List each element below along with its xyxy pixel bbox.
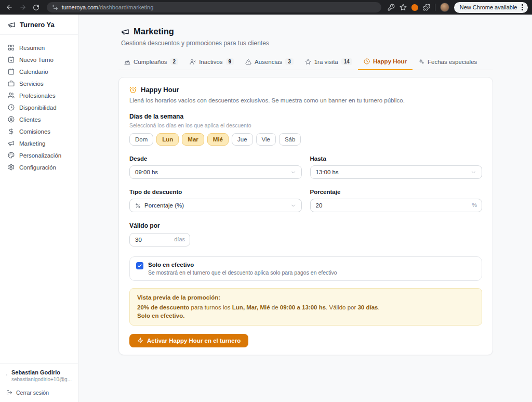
percent-icon <box>135 203 141 209</box>
brand[interactable]: Turnero Ya <box>0 15 78 35</box>
tab-cumpleanos[interactable]: Cumpleaños 2 <box>118 55 184 70</box>
bookmark-star-icon[interactable] <box>400 4 407 11</box>
browser-toolbar: turneroya.com/dashboard/marketing New Ch… <box>0 0 532 15</box>
day-chip-dom[interactable]: Dom <box>129 133 153 146</box>
password-key-icon[interactable] <box>388 4 395 11</box>
sidebar-menu: Resumen Nuevo Turno Calendario Servicios… <box>0 35 78 173</box>
tab-inactivos[interactable]: Inactivos 9 <box>184 55 240 70</box>
sidebar-item-label: Resumen <box>19 45 45 51</box>
sidebar-item-label: Disponibilidad <box>19 105 57 111</box>
sidebar-item-nuevo-turno[interactable]: Nuevo Turno <box>0 54 78 66</box>
dollar-icon <box>8 128 15 135</box>
tab-label: Inactivos <box>199 59 222 65</box>
alarm-clock-icon <box>129 86 137 94</box>
porcentaje-suffix: % <box>472 202 477 208</box>
sidebar-item-configuracion[interactable]: Configuración <box>0 161 78 173</box>
tab-1ra-visita[interactable]: 1ra visita 14 <box>299 55 358 70</box>
new-chrome-label: New Chrome available <box>460 4 517 10</box>
calendar-plus-icon <box>8 56 15 63</box>
browser-forward-button[interactable] <box>18 2 28 12</box>
browser-profile-avatar[interactable] <box>440 3 449 12</box>
chevron-down-icon <box>290 170 296 175</box>
tab-badge: 14 <box>341 58 352 65</box>
toolbar-separator <box>435 4 435 11</box>
sidebar-item-clientes[interactable]: Clientes <box>0 113 78 125</box>
marketing-tabs: Cumpleaños 2 Inactivos 9 Ausencias 3 1ra… <box>118 55 493 70</box>
day-chip-jue[interactable]: Jue <box>232 133 253 146</box>
sidebar-item-marketing[interactable]: Marketing <box>0 137 78 149</box>
sidebar-item-calendario[interactable]: Calendario <box>0 66 78 77</box>
desde-label: Desde <box>129 155 302 162</box>
browser-reload-button[interactable] <box>31 2 42 12</box>
day-chip-sab[interactable]: Sáb <box>279 133 301 146</box>
zap-icon <box>137 338 143 344</box>
tab-ausencias[interactable]: Ausencias 3 <box>240 55 299 70</box>
logout-label: Cerrar sesión <box>16 390 49 396</box>
tab-badge: 9 <box>226 58 234 65</box>
tab-fechas-especiales[interactable]: Fechas especiales <box>413 55 483 70</box>
tab-happy-hour[interactable]: Happy Hour <box>358 55 413 70</box>
tipo-descuento-value: Porcentaje (%) <box>144 202 287 209</box>
happy-hour-card: Happy Hour Llená los horarios vacíos con… <box>118 77 493 355</box>
porcentaje-input[interactable] <box>310 199 483 212</box>
sidebar-item-label: Calendario <box>19 69 48 75</box>
day-chip-mie[interactable]: Mié <box>207 133 229 146</box>
browser-back-button[interactable] <box>4 2 15 12</box>
sidebar-item-resumen[interactable]: Resumen <box>0 42 78 54</box>
sidebar-item-comisiones[interactable]: Comisiones <box>0 125 78 137</box>
cake-icon <box>124 59 130 65</box>
tab-badge: 3 <box>285 58 294 65</box>
user-x-icon <box>190 59 196 65</box>
hasta-select[interactable]: 13:00 hs <box>310 165 483 179</box>
user-account[interactable]: Sebastian Godirio sebastianlgodirio+10@g… <box>0 363 78 386</box>
megaphone-icon <box>8 140 15 147</box>
clock-icon <box>364 58 370 64</box>
extensions-puzzle-icon[interactable] <box>423 4 430 11</box>
sparkles-icon <box>418 59 424 65</box>
sidebar-item-label: Personalización <box>19 152 61 159</box>
solo-efectivo-subtitle: Se mostrará en el turnero que el descuen… <box>148 269 337 276</box>
sidebar-item-servicios[interactable]: Servicios <box>0 77 78 89</box>
address-bar[interactable]: turneroya.com/dashboard/marketing <box>47 2 381 12</box>
day-chip-vie[interactable]: Vie <box>256 133 276 146</box>
palette-icon <box>8 152 15 159</box>
card-description: Llená los horarios vacíos con descuentos… <box>129 97 482 103</box>
url-path: /dashboard/marketing <box>98 4 153 10</box>
extension-icon[interactable] <box>411 4 418 11</box>
tab-label: Ausencias <box>255 59 282 65</box>
preview-line: 20% de descuento para turnos los Lun, Ma… <box>137 304 474 310</box>
new-chrome-available-chip[interactable]: New Chrome available <box>454 2 528 13</box>
main-area: Marketing Gestioná descuentos y promocio… <box>78 15 532 402</box>
card-title: Happy Hour <box>141 86 179 94</box>
sidebar-item-personalizacion[interactable]: Personalización <box>0 149 78 161</box>
day-chip-lun[interactable]: Lun <box>156 133 179 146</box>
solo-efectivo-checkbox[interactable] <box>136 262 143 269</box>
hasta-value: 13:00 hs <box>316 169 468 175</box>
gear-icon <box>8 164 15 171</box>
sidebar-item-profesionales[interactable]: Profesionales <box>0 89 78 101</box>
tipo-descuento-select[interactable]: Porcentaje (%) <box>129 199 302 212</box>
tab-badge: 2 <box>170 58 179 65</box>
day-chip-mar[interactable]: Mar <box>182 133 204 146</box>
solo-efectivo-option[interactable]: Solo en efectivo Se mostrará en el turne… <box>129 256 482 281</box>
promo-preview: Vista previa de la promoción: 20% de des… <box>129 288 482 326</box>
sidebar-item-disponibilidad[interactable]: Disponibilidad <box>0 101 78 113</box>
preview-title: Vista previa de la promoción: <box>137 294 474 301</box>
activate-happy-hour-button[interactable]: Activar Happy Hour en el turnero <box>129 334 248 347</box>
brand-name: Turnero Ya <box>20 21 55 29</box>
user-name: Sebastian Godirio <box>11 369 72 375</box>
logout-button[interactable]: Cerrar sesión <box>0 386 78 402</box>
desde-select[interactable]: 09:00 hs <box>129 165 302 179</box>
sidebar-item-label: Configuración <box>19 164 56 171</box>
browser-menu-icon[interactable] <box>521 3 524 11</box>
tab-label: Cumpleaños <box>134 59 167 65</box>
users-icon <box>8 92 15 99</box>
sidebar-item-label: Comisiones <box>19 128 50 135</box>
clock-icon <box>8 104 15 111</box>
url-host: turneroya.com <box>62 4 98 10</box>
sidebar-item-label: Nuevo Turno <box>19 57 54 63</box>
site-settings-icon <box>52 4 58 10</box>
valido-label: Válido por <box>129 222 482 229</box>
hasta-label: Hasta <box>310 155 483 162</box>
day-chips: Dom Lun Mar Mié Jue Vie Sáb <box>129 133 482 146</box>
